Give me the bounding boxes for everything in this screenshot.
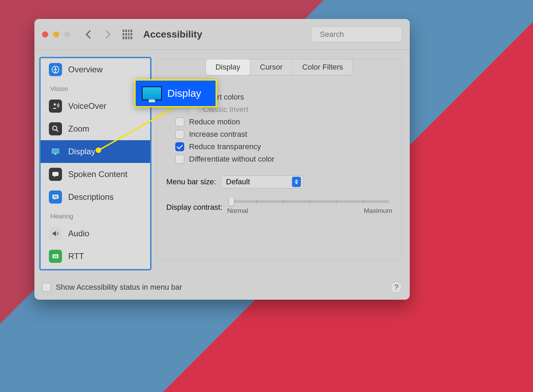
option-differentiate-without-color[interactable]: Differentiate without color — [175, 155, 392, 164]
sidebar-item-spoken-content[interactable]: Spoken Content — [41, 163, 150, 186]
show-all-icon[interactable] — [123, 30, 132, 39]
svg-rect-15 — [56, 255, 57, 256]
svg-rect-8 — [54, 154, 56, 155]
tab-bar: Display Cursor Color Filters — [166, 59, 392, 75]
tab-color-filters[interactable]: Color Filters — [293, 59, 353, 75]
tab-cursor[interactable]: Cursor — [250, 59, 293, 75]
back-button[interactable] — [85, 30, 94, 39]
sidebar-item-descriptions[interactable]: 99 Descriptions — [41, 186, 150, 208]
callout-label: Display — [167, 87, 201, 99]
sidebar-item-label: Zoom — [68, 124, 89, 134]
option-classic-invert: Classic Invert — [189, 105, 392, 114]
footer-label: Show Accessibility status in menu bar — [56, 283, 390, 292]
svg-rect-14 — [55, 255, 55, 256]
sidebar-group-vision: Vision — [41, 81, 150, 95]
sidebar-item-label: Display — [68, 147, 95, 156]
nav-buttons — [87, 31, 109, 38]
slider-knob[interactable] — [229, 197, 234, 206]
overview-icon — [49, 63, 62, 76]
chevron-up-down-icon — [292, 177, 301, 187]
tab-display[interactable]: Display — [206, 59, 250, 75]
option-label: Reduce motion — [189, 117, 240, 126]
checkbox-icon[interactable] — [175, 142, 184, 151]
sidebar-item-label: Overview — [68, 65, 103, 74]
spoken-content-icon — [49, 168, 62, 181]
svg-rect-13 — [53, 255, 54, 256]
sidebar-item-display[interactable]: Display — [41, 140, 150, 163]
option-reduce-transparency[interactable]: Reduce transparency — [175, 142, 392, 151]
select-value: Default — [226, 177, 250, 186]
sidebar-item-audio[interactable]: Audio — [41, 222, 150, 245]
display-icon — [142, 86, 162, 100]
option-label: Reduce transparency — [189, 142, 261, 151]
svg-point-5 — [53, 126, 57, 130]
footer: Show Accessibility status in menu bar ? — [34, 275, 410, 300]
menu-bar-size-row: Menu bar size: Default — [166, 175, 392, 188]
sidebar-item-label: Spoken Content — [68, 169, 127, 179]
callout-display: Display — [134, 79, 217, 107]
checkbox-icon[interactable] — [175, 155, 184, 164]
sidebar-item-label: Audio — [68, 229, 89, 238]
display-icon — [49, 145, 62, 158]
audio-icon — [49, 227, 62, 240]
contrast-slider[interactable] — [230, 200, 389, 203]
search-field[interactable] — [311, 27, 402, 42]
option-label: Increase contrast — [189, 130, 247, 139]
display-contrast-row: Display contrast: Normal Maximum — [166, 200, 392, 215]
svg-rect-7 — [52, 149, 59, 153]
menu-bar-size-label: Menu bar size: — [166, 177, 216, 186]
sidebar-item-rtt[interactable]: RTT — [41, 245, 150, 268]
option-reduce-motion[interactable]: Reduce motion — [175, 117, 392, 126]
window-body: Overview Vision VoiceOver Zoom Display — [34, 50, 410, 275]
descriptions-icon: 99 — [49, 190, 62, 204]
svg-rect-12 — [52, 254, 59, 258]
zoom-icon — [49, 122, 62, 135]
sidebar-item-overview[interactable]: Overview — [41, 58, 150, 81]
minimize-window-icon[interactable] — [53, 31, 59, 38]
sidebar-item-label: Descriptions — [68, 192, 114, 202]
titlebar: Accessibility — [34, 19, 410, 50]
close-window-icon[interactable] — [42, 31, 48, 38]
checkbox-icon[interactable] — [175, 117, 184, 126]
menu-bar-size-select[interactable]: Default — [221, 175, 303, 188]
sidebar-item-captions[interactable]: Captions — [41, 268, 150, 270]
rtt-icon — [49, 250, 62, 263]
checkbox-icon[interactable] — [42, 283, 51, 292]
option-increase-contrast[interactable]: Increase contrast — [175, 130, 392, 139]
svg-rect-9 — [52, 172, 59, 176]
preferences-window: Accessibility Overview Vision VoiceOver — [34, 19, 410, 300]
help-button[interactable]: ? — [390, 281, 402, 293]
maximize-window-icon[interactable] — [64, 31, 70, 38]
callout-anchor-dot — [96, 147, 101, 153]
forward-button[interactable] — [102, 30, 111, 39]
checkbox-icon[interactable] — [175, 130, 184, 139]
voiceover-icon — [49, 100, 62, 113]
slider-min-label: Normal — [227, 207, 248, 215]
sidebar-item-label: VoiceOver — [68, 101, 106, 111]
sidebar-item-zoom[interactable]: Zoom — [41, 117, 150, 140]
svg-line-6 — [56, 130, 59, 132]
sidebar-item-voiceover[interactable]: VoiceOver — [41, 95, 150, 117]
sidebar-item-label: RTT — [68, 251, 84, 261]
search-input[interactable] — [320, 30, 410, 39]
option-label: Differentiate without color — [189, 155, 274, 164]
svg-text:99: 99 — [54, 195, 57, 198]
sidebar-group-hearing: Hearing — [41, 208, 150, 222]
display-contrast-label: Display contrast: — [166, 203, 222, 212]
svg-point-4 — [54, 103, 56, 105]
slider-max-label: Maximum — [364, 207, 392, 215]
svg-point-3 — [55, 67, 56, 69]
traffic-lights — [42, 31, 70, 38]
window-title: Accessibility — [143, 29, 311, 40]
svg-rect-16 — [53, 257, 58, 257]
